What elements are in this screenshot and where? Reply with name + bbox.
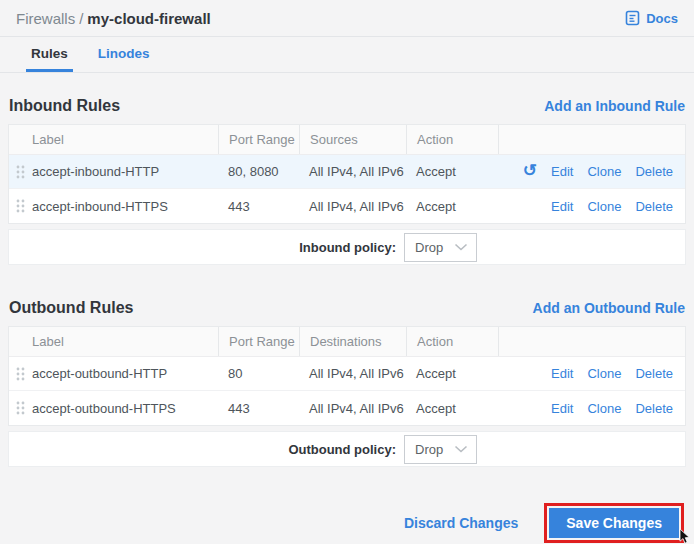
add-inbound-rule-link[interactable]: Add an Inbound Rule: [544, 98, 685, 114]
outbound-table-header: Label Port Range Destinations Action: [9, 327, 685, 357]
outbound-rules-table: Label Port Range Destinations Action acc…: [8, 326, 686, 426]
column-header-port-range: Port Range: [218, 327, 299, 356]
clone-link[interactable]: Clone: [587, 199, 621, 214]
inbound-policy-value: Drop: [415, 240, 443, 255]
rule-port-range: 443: [218, 199, 299, 214]
drag-handle-icon[interactable]: [16, 199, 25, 214]
outbound-rules-title: Outbound Rules: [9, 299, 133, 317]
column-header-actions-blank: [498, 327, 685, 356]
rule-sources: All IPv4, All IPv6: [299, 164, 406, 179]
add-outbound-rule-link[interactable]: Add an Outbound Rule: [533, 300, 685, 316]
docs-icon: [625, 10, 640, 26]
edit-link[interactable]: Edit: [551, 401, 573, 416]
drag-handle-icon[interactable]: [16, 401, 25, 416]
column-header-action: Action: [406, 327, 498, 356]
column-header-label: Label: [9, 125, 218, 154]
outbound-policy-label: Outbound policy:: [201, 442, 396, 457]
edit-link[interactable]: Edit: [551, 199, 573, 214]
rule-label: accept-outbound-HTTP: [9, 366, 218, 381]
outbound-policy-value: Drop: [415, 442, 443, 457]
column-header-sources: Sources: [299, 125, 406, 154]
save-changes-button[interactable]: Save Changes: [549, 508, 679, 538]
chevron-down-icon: [454, 243, 468, 251]
footer-actions: Discard Changes Save Changes: [0, 503, 684, 543]
breadcrumb-firewalls[interactable]: Firewalls: [16, 10, 75, 27]
discard-changes-link[interactable]: Discard Changes: [404, 515, 518, 531]
rule-action: Accept: [406, 366, 498, 381]
table-row-accept-inbound-https: accept-inbound-HTTPS 443 All IPv4, All I…: [9, 189, 685, 223]
chevron-down-icon: [454, 445, 468, 453]
rule-label: accept-inbound-HTTP: [9, 164, 218, 179]
delete-link[interactable]: Delete: [635, 401, 673, 416]
breadcrumb-separator: /: [79, 10, 83, 27]
column-header-destinations: Destinations: [299, 327, 406, 356]
delete-link[interactable]: Delete: [635, 366, 673, 381]
outbound-policy-select[interactable]: Drop: [404, 435, 477, 464]
undo-icon[interactable]: ↺: [523, 162, 537, 179]
clone-link[interactable]: Clone: [587, 366, 621, 381]
page-title: my-cloud-firewall: [87, 10, 210, 27]
column-header-actions-blank: [498, 125, 685, 154]
table-row-accept-inbound-http: accept-inbound-HTTP 80, 8080 All IPv4, A…: [9, 155, 685, 189]
tab-bar: Rules Linodes: [0, 37, 694, 73]
clone-link[interactable]: Clone: [587, 401, 621, 416]
rule-port-range: 80, 8080: [218, 164, 299, 179]
inbound-rules-table: Label Port Range Sources Action accept-i…: [8, 124, 686, 224]
inbound-policy-row: Inbound policy: Drop: [8, 229, 686, 265]
column-header-port-range: Port Range: [218, 125, 299, 154]
tab-rules[interactable]: Rules: [26, 37, 73, 72]
drag-handle-icon[interactable]: [16, 366, 25, 381]
rule-sources: All IPv4, All IPv6: [299, 199, 406, 214]
delete-link[interactable]: Delete: [635, 199, 673, 214]
inbound-table-header: Label Port Range Sources Action: [9, 125, 685, 155]
inbound-policy-label: Inbound policy:: [201, 240, 396, 255]
outbound-policy-row: Outbound policy: Drop: [8, 431, 686, 467]
drag-handle-icon[interactable]: [16, 164, 25, 179]
delete-link[interactable]: Delete: [635, 164, 673, 179]
column-header-action: Action: [406, 125, 498, 154]
rule-action: Accept: [406, 164, 498, 179]
rule-port-range: 443: [218, 401, 299, 416]
docs-link[interactable]: Docs: [625, 10, 678, 26]
outbound-rules-section: Outbound Rules Add an Outbound Rule Labe…: [8, 299, 686, 467]
rule-destinations: All IPv4, All IPv6: [299, 366, 406, 381]
table-row-accept-outbound-http: accept-outbound-HTTP 80 All IPv4, All IP…: [9, 357, 685, 391]
edit-link[interactable]: Edit: [551, 366, 573, 381]
inbound-rules-title: Inbound Rules: [9, 97, 120, 115]
rule-action: Accept: [406, 199, 498, 214]
inbound-rules-section: Inbound Rules Add an Inbound Rule Label …: [8, 97, 686, 265]
annotation-highlight-box: Save Changes: [544, 503, 684, 543]
clone-link[interactable]: Clone: [587, 164, 621, 179]
breadcrumb: Firewalls/my-cloud-firewall: [16, 10, 211, 27]
rule-label: accept-outbound-HTTPS: [9, 401, 218, 416]
column-header-label: Label: [9, 327, 218, 356]
rule-label: accept-inbound-HTTPS: [9, 199, 218, 214]
tab-linodes[interactable]: Linodes: [93, 37, 155, 72]
rule-destinations: All IPv4, All IPv6: [299, 401, 406, 416]
page-header: Firewalls/my-cloud-firewall Docs: [0, 0, 694, 37]
edit-link[interactable]: Edit: [551, 164, 573, 179]
rule-action: Accept: [406, 401, 498, 416]
table-row-accept-outbound-https: accept-outbound-HTTPS 443 All IPv4, All …: [9, 391, 685, 425]
rule-port-range: 80: [218, 366, 299, 381]
inbound-policy-select[interactable]: Drop: [404, 233, 477, 262]
docs-label: Docs: [646, 11, 678, 26]
